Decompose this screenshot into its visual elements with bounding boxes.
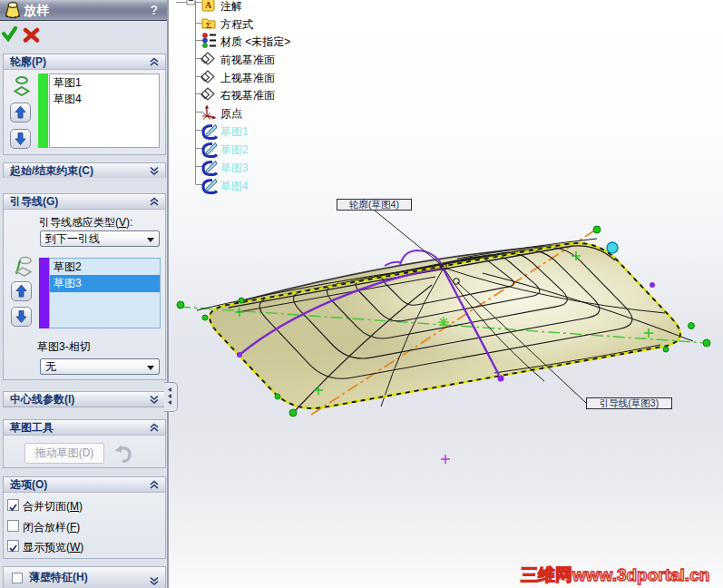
svg-text:Σ: Σ <box>206 21 211 30</box>
svg-text:A: A <box>205 0 212 10</box>
